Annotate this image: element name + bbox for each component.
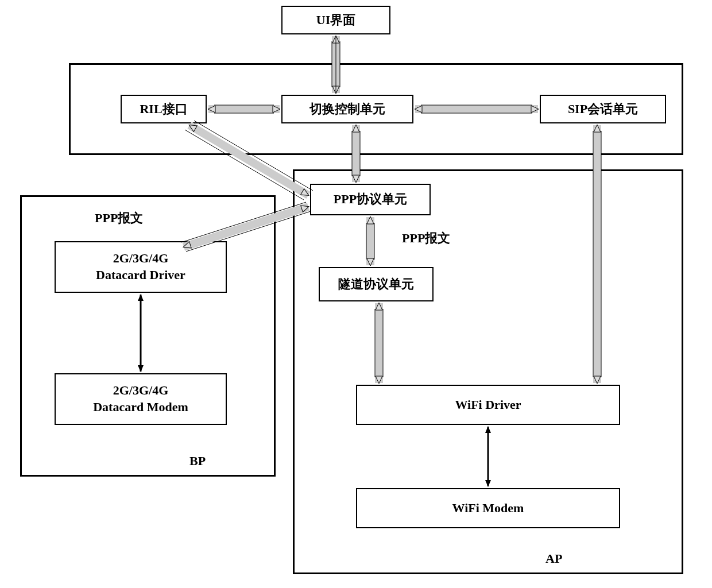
wifi-driver-box: WiFi Driver bbox=[356, 385, 620, 425]
sip-label: SIP会话单元 bbox=[568, 101, 638, 118]
wifi-driver-label: WiFi Driver bbox=[455, 397, 521, 413]
ui-box: UI界面 bbox=[281, 6, 390, 34]
ui-label: UI界面 bbox=[316, 12, 355, 29]
wifi-modem-label: WiFi Modem bbox=[452, 500, 524, 517]
wifi-modem-box: WiFi Modem bbox=[356, 488, 620, 528]
switch-ctrl-box: 切换控制单元 bbox=[281, 95, 413, 123]
datacard-driver-label: 2G/3G/4G Datacard Driver bbox=[96, 250, 185, 283]
ril-box: RIL接口 bbox=[121, 95, 207, 123]
sip-box: SIP会话单元 bbox=[540, 95, 666, 123]
bp-label: BP bbox=[189, 454, 206, 469]
datacard-driver-box: 2G/3G/4G Datacard Driver bbox=[55, 241, 227, 293]
ap-label: AP bbox=[545, 551, 562, 566]
datacard-modem-label: 2G/3G/4G Datacard Modem bbox=[93, 382, 188, 415]
ril-label: RIL接口 bbox=[140, 101, 187, 118]
bp-container bbox=[20, 195, 276, 477]
switch-ctrl-label: 切换控制单元 bbox=[309, 101, 385, 118]
datacard-modem-box: 2G/3G/4G Datacard Modem bbox=[55, 373, 227, 425]
